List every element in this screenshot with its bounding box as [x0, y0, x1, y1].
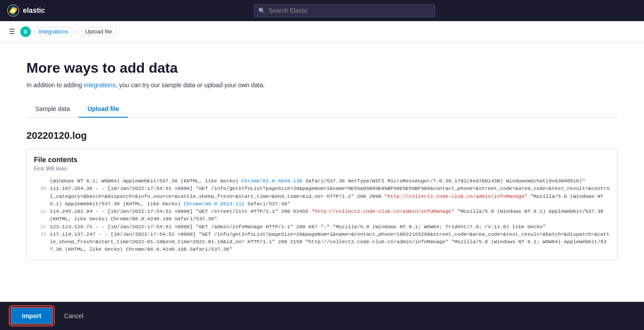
elastic-logo-icon: [7, 4, 19, 17]
search-bar[interactable]: 🔍: [254, 4, 435, 17]
log-line-number: 30: [34, 185, 46, 208]
log-line: (Windows NT 6.1; WOW64) AppleWebKit/537.…: [34, 177, 610, 185]
cancel-button[interactable]: Cancel: [60, 308, 88, 324]
tab-sample-data[interactable]: Sample data: [26, 101, 79, 118]
page-title: More ways to add data: [26, 60, 618, 76]
elastic-logo-text: elastic: [23, 7, 45, 15]
log-line-number: 32: [34, 223, 46, 230]
file-contents-header: File contents: [34, 156, 610, 164]
log-line: 33 117.114.137.247 - - [10/Jan/2022:17:5…: [34, 230, 610, 253]
log-line: 30 111.197.254.38 - - [10/Jan/2022:17:54…: [34, 185, 610, 208]
breadcrumb-separator: ›: [76, 29, 78, 35]
file-title: 20220120.log: [26, 130, 618, 141]
log-line-number: 31: [34, 208, 46, 223]
file-contents-box: File contents First 999 lines (Windows N…: [26, 148, 618, 261]
log-line-text: (Windows NT 6.1; WOW64) AppleWebKit/537.…: [50, 177, 610, 185]
breadcrumb-bar: ☰ D Integrations › Upload file: [0, 21, 644, 42]
file-contents-subheader: First 999 lines: [34, 166, 610, 172]
svg-point-4: [11, 9, 15, 12]
log-line-number: 33: [34, 230, 46, 253]
integrations-link[interactable]: integrations: [84, 82, 115, 89]
log-line-text: 114.245.182.94 - - [10/Jan/2022:17:54:51…: [50, 208, 610, 223]
import-button[interactable]: Import: [11, 307, 53, 325]
page-subtitle: In addition to adding integrations, you …: [26, 82, 618, 89]
main-content: More ways to add data In addition to add…: [0, 42, 644, 302]
search-input[interactable]: [254, 4, 435, 17]
tabs: Sample data Upload file: [26, 101, 618, 118]
log-line-number: [34, 177, 46, 185]
breadcrumb-current: Upload file: [81, 27, 116, 36]
bottom-bar: Import Cancel: [0, 302, 644, 330]
hamburger-menu-button[interactable]: ☰: [7, 26, 17, 37]
tab-upload-file[interactable]: Upload file: [79, 101, 128, 118]
avatar: D: [20, 26, 31, 37]
log-content[interactable]: (Windows NT 6.1; WOW64) AppleWebKit/537.…: [34, 177, 610, 253]
log-line: 32 123.123.129.71 - - [10/Jan/2022:17:54…: [34, 223, 610, 230]
search-icon: 🔍: [258, 7, 265, 14]
breadcrumb-integrations[interactable]: Integrations: [34, 27, 72, 36]
log-line-text: 117.114.137.247 - - [10/Jan/2022:17:54:5…: [50, 230, 610, 253]
log-line-text: 111.197.254.38 - - [10/Jan/2022:17:54:51…: [50, 185, 610, 208]
log-line-text: 123.123.129.71 - - [10/Jan/2022:17:54:51…: [50, 223, 610, 230]
elastic-logo[interactable]: elastic: [7, 4, 45, 17]
top-navigation: elastic 🔍: [0, 0, 644, 21]
log-line: 31 114.245.182.94 - - [10/Jan/2022:17:54…: [34, 208, 610, 223]
